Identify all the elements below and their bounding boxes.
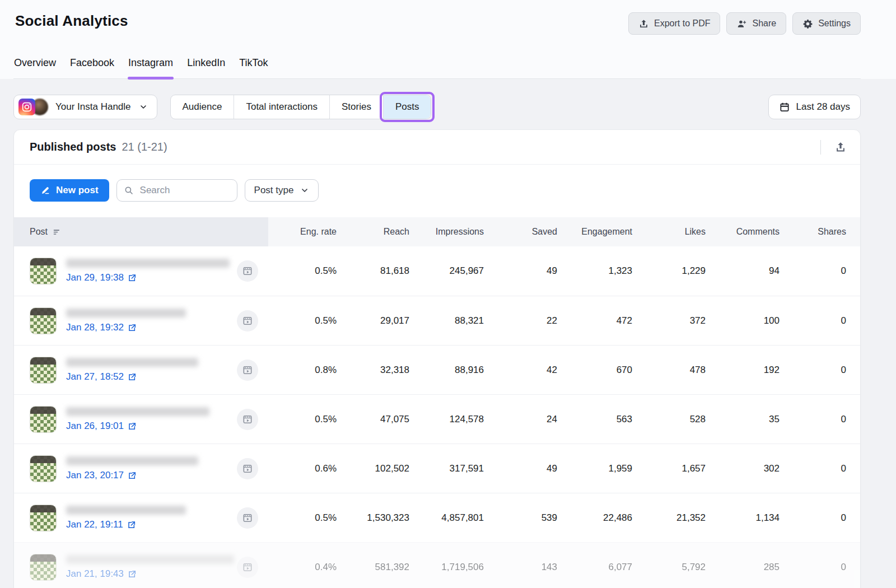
video-post-icon [237,260,258,282]
account-selector[interactable]: Your Insta Handle [13,95,157,119]
cell-impressions: 4,857,801 [409,493,484,542]
column-header-eng-rate: Eng. rate [268,217,337,246]
post-cell: Jan 27, 18:52 [14,346,268,394]
post-title-blurred [66,407,209,416]
post-date-link[interactable]: Jan 21, 19:43 [66,568,137,580]
post-text: Jan 27, 18:52 [66,358,227,382]
new-post-button[interactable]: New post [30,179,109,202]
platform-tabs: Overview Facebook Instagram LinkedIn Tik… [13,54,861,79]
column-header-post[interactable]: Post [14,217,268,246]
export-icon [638,18,649,29]
view-tab-stories[interactable]: Stories [329,95,383,119]
post-title-blurred [66,358,198,367]
column-header-saved: Saved [484,217,557,246]
table-row: Jan 26, 19:01 0.5% 47,075 124,578 24 563… [14,394,860,444]
new-post-label: New post [56,185,99,196]
cell-engagement: 22,486 [557,493,632,542]
video-post-icon [237,507,258,529]
search-box [116,179,237,202]
column-header-comments: Comments [706,217,780,246]
tab-overview[interactable]: Overview [13,54,57,78]
cell-likes: 528 [632,395,706,444]
column-header-likes: Likes [632,217,706,246]
header-actions: Export to PDF Share Settings [628,12,861,35]
video-post-icon [237,409,258,430]
view-tab-posts[interactable]: Posts [383,95,431,119]
post-date-link[interactable]: Jan 27, 18:52 [66,371,137,382]
external-link-icon [128,323,137,332]
post-type-dropdown[interactable]: Post type [245,179,319,202]
cell-shares: 0 [780,246,860,296]
chevron-down-icon [300,186,309,195]
cell-impressions: 245,967 [409,246,484,296]
cell-engagement: 472 [557,296,632,345]
cell-saved: 49 [484,444,557,493]
cell-shares: 0 [780,493,860,542]
cell-comments: 94 [706,246,780,296]
table-header: Post Eng. rate Reach Impressions Saved E… [14,217,860,246]
external-link-icon [128,273,137,282]
table-row: Jan 23, 20:17 0.6% 102,502 317,591 49 1,… [14,444,860,493]
cell-impressions: 88,321 [409,296,484,345]
post-type-label: Post type [254,185,294,196]
export-table-button[interactable] [834,141,847,153]
post-date: Jan 21, 19:43 [66,568,124,580]
cell-saved: 24 [484,395,557,444]
page-title: Social Analytics [15,12,128,30]
share-button[interactable]: Share [726,12,786,35]
table-row: Jan 27, 18:52 0.8% 32,318 88,916 42 670 … [14,345,860,394]
post-date-link[interactable]: Jan 29, 19:38 [66,272,137,283]
post-cell: Jan 22, 19:11 [14,493,268,542]
cell-eng-rate: 0.5% [268,493,337,542]
post-thumbnail [30,554,57,581]
settings-button[interactable]: Settings [792,12,861,35]
post-date: Jan 28, 19:32 [66,322,124,333]
cell-eng-rate: 0.5% [268,296,337,345]
post-thumbnail [30,307,57,334]
settings-label: Settings [818,18,851,29]
post-date-link[interactable]: Jan 28, 19:32 [66,322,137,333]
column-header-shares: Shares [780,217,860,246]
table-row: Jan 21, 19:43 0.4% 581,392 1,719,506 143… [14,542,860,588]
view-tab-total-interactions[interactable]: Total interactions [234,95,329,119]
post-text: Jan 23, 20:17 [66,456,227,481]
sort-icon [53,228,61,236]
post-cell: Jan 29, 19:38 [14,246,268,296]
post-thumbnail [30,455,57,482]
tab-linkedin[interactable]: LinkedIn [186,54,226,78]
pencil-icon [40,185,50,195]
post-date-link[interactable]: Jan 22, 19:11 [66,519,136,530]
search-input[interactable] [116,179,237,202]
post-cell: Jan 26, 19:01 [14,395,268,444]
cell-engagement: 6,077 [557,543,632,588]
post-title-blurred [66,259,230,268]
post-thumbnail [30,357,57,384]
export-pdf-button[interactable]: Export to PDF [628,12,720,35]
tab-tiktok[interactable]: TikTok [239,54,268,78]
external-link-icon [128,372,137,381]
tab-instagram[interactable]: Instagram [128,54,174,78]
cell-reach: 47,075 [337,395,409,444]
post-date: Jan 22, 19:11 [66,519,123,530]
cell-comments: 1,134 [706,493,780,542]
cell-reach: 32,318 [337,346,409,394]
cell-engagement: 1,959 [557,444,632,493]
post-text: Jan 29, 19:38 [66,259,227,283]
tab-facebook[interactable]: Facebook [69,54,115,78]
cell-engagement: 1,323 [557,246,632,296]
calendar-icon [779,101,790,113]
cell-reach: 81,618 [337,246,409,296]
table-toolbar: New post Post type [14,165,860,217]
cell-likes: 1,229 [632,246,706,296]
post-date-link[interactable]: Jan 26, 19:01 [66,421,137,432]
post-text: Jan 28, 19:32 [66,309,227,333]
cell-reach: 29,017 [337,296,409,345]
view-tab-audience[interactable]: Audience [171,95,234,119]
cell-eng-rate: 0.6% [268,444,337,493]
cell-reach: 102,502 [337,444,409,493]
post-date-link[interactable]: Jan 23, 20:17 [66,470,137,481]
external-link-icon [128,471,137,480]
date-range-button[interactable]: Last 28 days [768,95,861,119]
cell-impressions: 88,916 [409,346,484,394]
cell-likes: 1,657 [632,444,706,493]
